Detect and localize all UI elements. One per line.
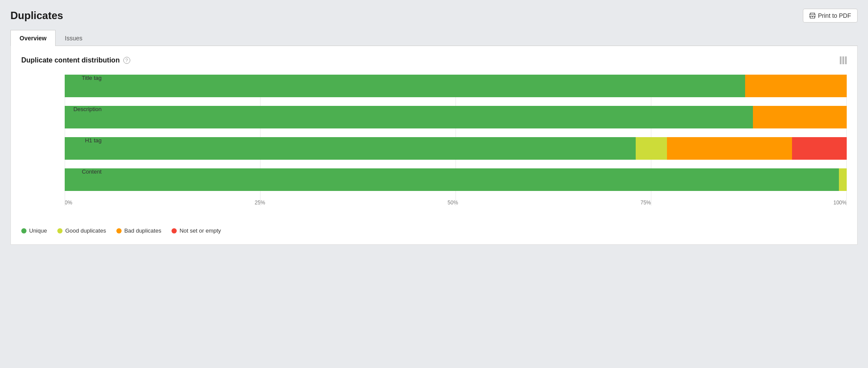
page-header: Duplicates Print to PDF: [10, 9, 858, 23]
chart-area: Title tagDescriptionH1 tagContent 0% 25%…: [21, 75, 847, 219]
legend-dot-1: [57, 228, 63, 233]
legend-label-2: Bad duplicates: [124, 227, 161, 234]
bar-segment-unique: [65, 168, 839, 191]
chart-header: Duplicate content distribution ?: [21, 56, 847, 64]
print-button-label: Print to PDF: [818, 12, 851, 19]
grid-view-icon[interactable]: [840, 56, 847, 64]
bar-rows: Title tagDescriptionH1 tagContent: [65, 75, 847, 191]
legend-item-0: Unique: [21, 227, 47, 234]
legend-label-3: Not set or empty: [179, 227, 221, 234]
legend-dot-0: [21, 228, 26, 233]
legend-dot-3: [172, 228, 177, 233]
bar-segment-unique: [65, 75, 745, 97]
tab-overview[interactable]: Overview: [10, 30, 56, 46]
bar-container-0: [65, 75, 847, 97]
legend-label-1: Good duplicates: [65, 227, 106, 234]
bar-row-0: Title tag: [65, 75, 847, 97]
bar-segment-good-duplicates: [636, 137, 667, 160]
bar-segment-unique: [65, 137, 636, 160]
tabs-bar: Overview Issues: [10, 30, 858, 46]
bar-container-3: [65, 168, 847, 191]
bar-label-0: Title tag: [65, 75, 106, 81]
legend-item-1: Good duplicates: [57, 227, 106, 234]
page-wrapper: Duplicates Print to PDF Overview Issues …: [0, 0, 868, 253]
bar-row-3: Content: [65, 168, 847, 191]
legend-item-2: Bad duplicates: [116, 227, 161, 234]
chart-section: Duplicate content distribution ?: [21, 56, 847, 234]
print-to-pdf-button[interactable]: Print to PDF: [803, 9, 858, 23]
x-axis-labels: 0% 25% 50% 75% 100%: [65, 200, 847, 206]
bar-segment-bad-duplicates: [753, 106, 847, 128]
tab-issues[interactable]: Issues: [56, 30, 91, 46]
x-label-0: 0%: [65, 200, 72, 206]
x-label-50: 50%: [448, 200, 458, 206]
legend-dot-2: [116, 228, 122, 233]
bar-container-1: [65, 106, 847, 128]
bar-segment-bad-duplicates: [667, 137, 792, 160]
bar-label-1: Description: [65, 106, 106, 112]
legend: UniqueGood duplicatesBad duplicatesNot s…: [21, 227, 847, 234]
bar-container-2: [65, 137, 847, 160]
bar-row-2: H1 tag: [65, 137, 847, 160]
x-label-25: 25%: [255, 200, 265, 206]
bar-label-2: H1 tag: [65, 137, 106, 144]
print-icon: [809, 13, 815, 19]
chart-title-row: Duplicate content distribution ?: [21, 56, 130, 64]
legend-label-0: Unique: [29, 227, 47, 234]
legend-item-3: Not set or empty: [172, 227, 221, 234]
x-label-75: 75%: [640, 200, 651, 206]
main-content: Duplicate content distribution ?: [10, 46, 858, 245]
bar-segment-not-set-empty: [792, 137, 847, 160]
page-title: Duplicates: [10, 10, 63, 22]
bar-segment-unique: [65, 106, 753, 128]
bar-segment-good-duplicates: [839, 168, 847, 191]
chart-title: Duplicate content distribution: [21, 56, 120, 64]
bar-label-3: Content: [65, 168, 106, 175]
x-label-100: 100%: [833, 200, 847, 206]
help-icon[interactable]: ?: [123, 57, 130, 64]
bar-segment-bad-duplicates: [745, 75, 847, 97]
bar-row-1: Description: [65, 106, 847, 128]
